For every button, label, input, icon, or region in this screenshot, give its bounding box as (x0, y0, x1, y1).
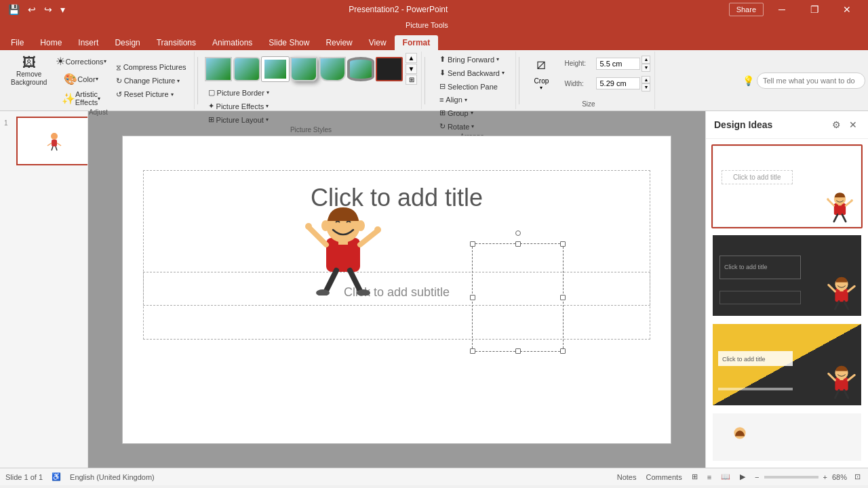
crop-button[interactable]: ⧄ (526, 53, 556, 76)
slide-canvas[interactable]: Click to add title Click to add subtitle (122, 136, 671, 444)
notes-button[interactable]: Notes (615, 472, 639, 482)
tell-me-input[interactable] (757, 73, 865, 89)
slide-number: 1 (4, 119, 8, 127)
design-panel-close-button[interactable]: ✕ (846, 118, 860, 131)
handle-middle-left[interactable] (470, 295, 475, 300)
slide-title-placeholder[interactable]: Click to add title (157, 184, 637, 212)
zoom-slider[interactable] (764, 476, 818, 479)
restore-button[interactable]: ❐ (799, 0, 830, 19)
save-button[interactable]: 💾 (5, 3, 22, 16)
normal-view-button[interactable]: ⊞ (690, 472, 700, 482)
handle-bottom-left[interactable] (470, 348, 475, 354)
picture-style-3[interactable] (262, 57, 289, 81)
design-idea-1[interactable]: Click to add title (711, 144, 863, 228)
picture-style-active[interactable] (376, 57, 403, 81)
gallery-more[interactable]: ⊞ (406, 75, 418, 85)
share-button[interactable]: Share (729, 3, 764, 16)
picture-style-5[interactable] (319, 56, 345, 81)
accessibility-button[interactable]: ♿ (50, 472, 63, 482)
outline-view-button[interactable]: ≡ (705, 472, 713, 482)
character-clipart[interactable] (299, 190, 387, 292)
picture-layout-icon: ⊞ (208, 115, 214, 124)
slideshow-view-button[interactable]: ▶ (738, 472, 747, 482)
tab-format[interactable]: Format (395, 35, 439, 50)
tab-design[interactable]: Design (106, 35, 148, 50)
handle-top-center[interactable] (515, 241, 521, 247)
tab-view[interactable]: View (361, 35, 395, 50)
tell-me-icon: 💡 (743, 75, 754, 86)
handle-bottom-center[interactable] (515, 348, 521, 354)
width-input[interactable] (596, 77, 640, 89)
design-idea-3[interactable]: Click to add title (711, 323, 863, 407)
window-controls: ─ ❐ ✕ (766, 0, 863, 19)
picture-tools-bar: Picture Tools (0, 19, 868, 31)
corrections-button[interactable]: ☀ Corrections ▾ (52, 53, 109, 70)
tab-file[interactable]: File (3, 35, 32, 50)
comments-button[interactable]: Comments (644, 472, 684, 482)
bring-forward-button[interactable]: ⬆ Bring Forward ▾ (436, 53, 502, 66)
canvas-area[interactable]: Click to add title Click to add subtitle (88, 111, 705, 468)
selection-pane-button[interactable]: ⊟ Selection Pane (436, 80, 501, 93)
picture-layout-label: Picture Layout (216, 116, 264, 124)
height-decrement[interactable]: ▼ (642, 64, 650, 72)
picture-style-6[interactable] (347, 57, 374, 81)
reset-picture-button[interactable]: ↺ Reset Picture ▾ (113, 88, 190, 101)
picture-layout-button[interactable]: ⊞ Picture Layout ▾ (205, 113, 273, 126)
undo-button[interactable]: ↩ (25, 3, 39, 16)
color-button[interactable]: 🎨 Color ▾ (52, 70, 109, 87)
slide-subtitle-placeholder[interactable]: Click to add subtitle (157, 285, 637, 300)
customize-qat-button[interactable]: ▾ (58, 3, 68, 16)
zoom-in-button[interactable]: + (821, 472, 829, 482)
design-idea-4-content (713, 413, 861, 461)
ribbon-group-adjust: 🖼 RemoveBackground ☀ Corrections ▾ 🎨 Col… (3, 52, 195, 109)
picture-border-label: Picture Border (217, 89, 264, 97)
height-input[interactable] (596, 58, 640, 70)
width-decrement[interactable]: ▼ (642, 83, 650, 92)
send-backward-button[interactable]: ⬇ Send Backward ▾ (436, 66, 508, 79)
rotate-handle[interactable] (515, 230, 521, 236)
fit-slide-button[interactable]: ⊡ (852, 472, 863, 482)
svg-point-24 (850, 199, 852, 201)
remove-background-button[interactable]: 🖼 RemoveBackground (7, 53, 51, 89)
design-idea-2[interactable]: Click to add title (711, 234, 863, 318)
handle-middle-right[interactable] (560, 295, 566, 300)
picture-border-button[interactable]: ▢ Picture Border ▾ (205, 86, 273, 99)
zoom-out-button[interactable]: − (753, 472, 761, 482)
close-button[interactable]: ✕ (831, 0, 863, 19)
slide-thumb-character (44, 131, 64, 151)
tab-transitions[interactable]: Transitions (149, 35, 204, 50)
handle-top-left[interactable] (470, 241, 475, 247)
picture-style-2[interactable] (233, 57, 260, 81)
gallery-scroll-down[interactable]: ▼ (406, 64, 418, 74)
picture-style-4[interactable] (290, 57, 317, 81)
picture-style-1[interactable] (205, 57, 232, 81)
design-panel-settings-button[interactable]: ⚙ (829, 118, 844, 131)
rotate-button[interactable]: ↻ Rotate ▾ (436, 120, 477, 133)
handle-bottom-right[interactable] (560, 348, 566, 354)
tab-review[interactable]: Review (317, 35, 360, 50)
picture-effects-button[interactable]: ✦ Picture Effects ▾ (205, 100, 273, 113)
design-ideas-panel: Design Ideas ⚙ ✕ Click to add title (705, 111, 868, 468)
minimize-button[interactable]: ─ (766, 0, 797, 19)
tab-slideshow[interactable]: Slide Show (260, 35, 317, 50)
height-increment[interactable]: ▲ (642, 56, 650, 64)
tab-animations[interactable]: Animations (204, 35, 260, 50)
reading-view-button[interactable]: 📖 (719, 472, 732, 482)
design-panel-title: Design Ideas (714, 119, 772, 130)
compress-pictures-button[interactable]: ⧖ Compress Pictures (113, 61, 190, 74)
design-idea-3-title-box: Click to add title (718, 351, 793, 366)
slide-thumbnail-1[interactable] (16, 117, 88, 165)
group-button[interactable]: ⊞ Group ▾ (436, 106, 477, 119)
design-idea-4[interactable] (711, 412, 863, 462)
group-dropdown-icon: ▾ (471, 110, 473, 116)
handle-top-right[interactable] (560, 241, 566, 247)
tab-home[interactable]: Home (32, 35, 70, 50)
change-picture-button[interactable]: ↻ Change Picture ▾ (113, 75, 190, 87)
redo-button[interactable]: ↪ (41, 3, 55, 16)
align-button[interactable]: ≡ Align ▾ (436, 94, 471, 106)
width-increment[interactable]: ▲ (642, 76, 650, 84)
tab-insert[interactable]: Insert (70, 35, 106, 50)
artistic-effects-button[interactable]: ✨ ArtisticEffects ▾ (52, 88, 109, 108)
gallery-scroll-up[interactable]: ▲ (406, 53, 418, 63)
align-dropdown-icon: ▾ (465, 97, 467, 103)
